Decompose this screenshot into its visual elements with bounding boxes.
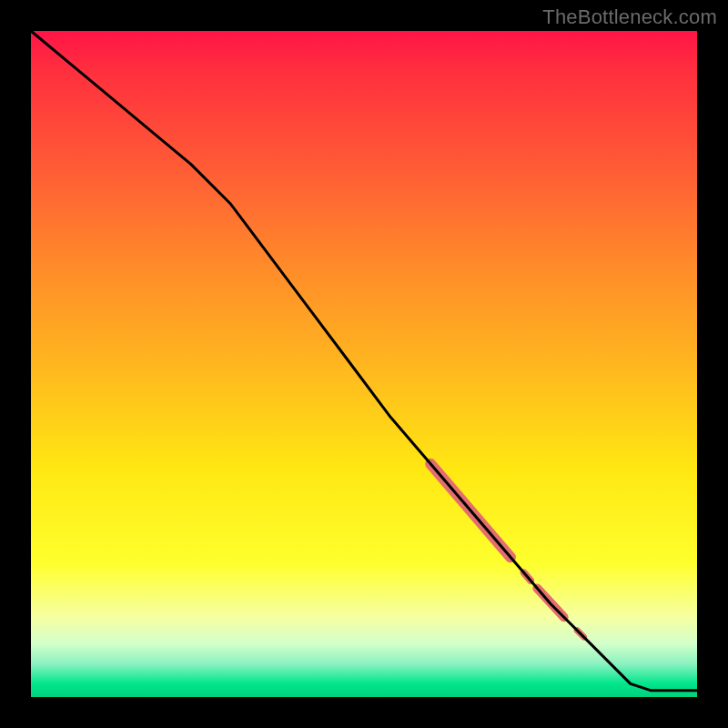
watermark-text: TheBottleneck.com <box>542 5 717 29</box>
plot-area <box>31 31 697 697</box>
main-curve <box>31 31 697 691</box>
curve-layer <box>31 31 697 697</box>
chart-container: TheBottleneck.com <box>0 0 728 728</box>
